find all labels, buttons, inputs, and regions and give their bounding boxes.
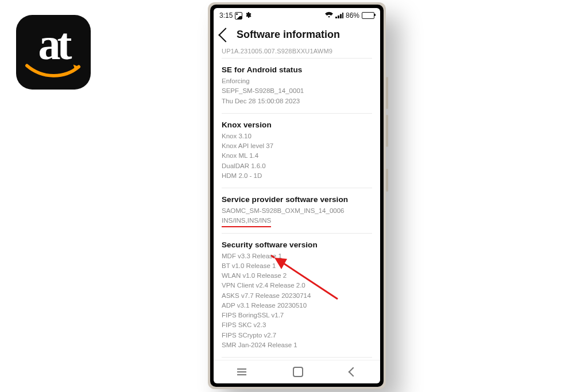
home-icon[interactable] [293, 367, 303, 377]
section-value: MDF v3.3 Release 1 BT v1.0 Release 1 WLA… [222, 251, 372, 351]
android-nav-bar [214, 360, 380, 383]
recents-icon[interactable] [237, 371, 246, 372]
wifi-icon [325, 11, 333, 20]
phone-frame: 3:15 86% [208, 2, 386, 389]
battery-percent: 86% [346, 11, 359, 20]
status-bar: 3:15 86% [214, 8, 380, 23]
section-title: Knox version [222, 121, 372, 129]
back-icon[interactable] [218, 28, 233, 42]
side-button [386, 77, 388, 109]
image-icon [235, 12, 242, 20]
signal-icon [335, 13, 343, 18]
section-title: Security software version [222, 240, 372, 249]
battery-icon [362, 12, 374, 19]
settings-content[interactable]: UP1A.231005.007.S928BXXU1AWM9 SE for And… [214, 48, 380, 360]
side-button [386, 169, 388, 192]
section-security-software[interactable]: Security software version MDF v3.3 Relea… [222, 233, 372, 358]
section-knox[interactable]: Knox version Knox 3.10 Knox API level 37… [222, 113, 372, 188]
section-value: Enforcing SEPF_SM-S928B_14_0001 Thu Dec … [222, 76, 372, 106]
smile-icon [26, 63, 81, 78]
section-se-android[interactable]: SE for Android status Enforcing SEPF_SM-… [222, 58, 372, 113]
section-value: Knox 3.10 Knox API level 37 Knox ML 1.4 … [222, 131, 372, 181]
at-logo-text: at [38, 22, 69, 67]
status-time: 3:15 [219, 11, 233, 20]
truncated-build: UP1A.231005.007.S928BXXU1AWM9 [222, 48, 372, 55]
section-title: Service provider software version [222, 195, 372, 204]
section-value: SAOMC_SM-S928B_OXM_INS_14_0006 INS/INS,I… [222, 206, 372, 226]
section-service-provider[interactable]: Service provider software version SAOMC_… [222, 188, 372, 233]
section-security-patch[interactable]: Android security patch level 1 January 2… [222, 357, 372, 360]
page-title: Software information [237, 29, 340, 41]
at-logo: at [16, 15, 91, 90]
gear-icon [245, 11, 252, 20]
side-button [386, 115, 388, 147]
section-title: SE for Android status [222, 65, 372, 74]
page-header: Software information [214, 23, 380, 48]
back-nav-icon[interactable] [349, 367, 358, 377]
